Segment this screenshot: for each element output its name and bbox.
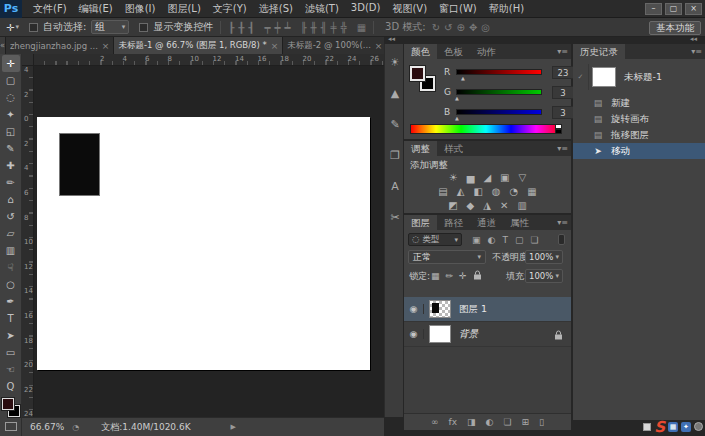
menu-item[interactable]: 滤镜(T) [300, 0, 344, 18]
tab-2[interactable]: 动作 [470, 44, 503, 59]
histogram-panel-icon[interactable]: ▲ [385, 87, 405, 100]
fill-field[interactable]: 100% ▾ [525, 269, 563, 283]
align-icon[interactable]: ╂ [238, 22, 244, 33]
move-tool[interactable]: ✛ [2, 55, 20, 72]
overlay-keyboard-icon[interactable]: ▦ [668, 422, 678, 432]
layer-mask-icon[interactable]: ◨ [467, 417, 476, 427]
menu-item[interactable]: 3D(D) [346, 0, 386, 18]
eyedropper-tool[interactable]: ✎ [2, 140, 20, 157]
menu-item[interactable]: 文件(F) [28, 0, 72, 18]
close-button[interactable]: × [685, 3, 702, 15]
3d-mode-icon[interactable]: ⊕ [456, 22, 464, 33]
align-icon[interactable]: ┯ [264, 22, 270, 33]
tool-presets-panel-icon[interactable]: ✂ [385, 211, 405, 224]
minimize-button[interactable]: – [645, 3, 662, 15]
3d-mode-icon[interactable]: ✥ [469, 22, 477, 33]
type-tool[interactable]: T [2, 310, 20, 327]
adjustment-icon[interactable]: ◧ [473, 186, 482, 197]
hand-tool[interactable]: ☜ [2, 361, 20, 378]
align-icon[interactable]: ╫ [311, 22, 317, 33]
slider-thumb-icon[interactable]: ▲ [461, 75, 465, 81]
document-tab[interactable]: 未标题-1 @ 66.7% (图层 1, RGB/8) *× [114, 37, 283, 54]
channel-value-field[interactable]: 3 [552, 86, 574, 99]
overlay-tool-icon[interactable]: ✦ [681, 422, 691, 432]
quick-selection-tool[interactable]: ✦ [2, 106, 20, 123]
align-icon[interactable]: ┷ [284, 22, 290, 33]
adjustment-icon[interactable]: ▥ [517, 200, 526, 211]
adjustment-icon[interactable]: ◔ [510, 186, 519, 197]
history-brush-tool[interactable]: ↺ [2, 208, 20, 225]
lasso-tool[interactable]: ◌ [2, 89, 20, 106]
panel-menu-icon[interactable]: ▾≡ [557, 47, 568, 56]
color-spectrum-ramp[interactable] [410, 124, 562, 134]
align-icon[interactable]: ╪ [331, 22, 337, 33]
adjustment-icon[interactable]: ▣ [500, 172, 509, 183]
align-icon[interactable]: ┠ [228, 22, 234, 33]
blend-mode-dropdown[interactable]: 正常 ▾ [408, 250, 486, 264]
character-panel-icon[interactable]: A [385, 180, 405, 193]
tool-preset-caret-icon[interactable]: ▾ [15, 23, 19, 31]
adjustment-icon[interactable]: ▦ [527, 186, 536, 197]
dodge-tool[interactable]: ○ [2, 276, 20, 293]
adjustment-icon[interactable]: ▅ [467, 172, 475, 183]
canvas-pasteboard[interactable] [34, 66, 384, 417]
marquee-tool[interactable]: ▢ [2, 72, 20, 89]
channel-slider-track[interactable] [456, 109, 542, 115]
navigator-panel-icon[interactable]: ☀ [385, 56, 405, 69]
layer-filter-icon[interactable]: T [502, 235, 508, 245]
overlay-box-icon[interactable] [643, 423, 651, 431]
panel-menu-icon[interactable]: ▾≡ [557, 218, 568, 227]
menu-item[interactable]: 图像(I) [120, 0, 161, 18]
collapse-panels-icon[interactable]: ◂◂ [690, 35, 697, 43]
adjustment-icon[interactable]: ▤ [438, 186, 447, 197]
ruler-origin-corner[interactable] [22, 54, 34, 66]
screen-mode-icon[interactable] [5, 422, 17, 431]
brush-tool[interactable]: ✏ [2, 174, 20, 191]
channel-value-field[interactable]: 3 [552, 106, 574, 119]
maximize-button[interactable]: ▢ [665, 3, 682, 15]
layer-filter-icon[interactable]: ▢ [515, 235, 524, 245]
menu-item[interactable]: 选择(S) [254, 0, 298, 18]
tab-1[interactable]: 路径 [437, 215, 470, 230]
3d-mode-icon[interactable]: ↻ [432, 22, 440, 33]
eraser-tool[interactable]: ▱ [2, 225, 20, 242]
tab-0[interactable]: 调整 [404, 141, 437, 156]
adjustment-icon[interactable]: ◭ [457, 186, 465, 197]
adjustment-icon[interactable]: ◩ [448, 200, 457, 211]
history-snapshot-row[interactable]: ✓ 未标题-1 [573, 64, 705, 90]
layer-filter-icon[interactable]: ▣ [472, 235, 481, 245]
clone-stamp-tool[interactable]: ⌂ [2, 191, 20, 208]
adjustment-icon[interactable]: ◮ [483, 200, 491, 211]
document-tab[interactable]: zhengjianzhao.jpg ...× [6, 37, 115, 54]
auto-select-dropdown[interactable]: 组 ▾ [91, 20, 129, 34]
smudge-tool[interactable]: ☟ [2, 259, 20, 276]
layer-filter-kind-dropdown[interactable]: ◌ 类型 ▾ [408, 233, 462, 246]
zoom-level-field[interactable]: 66.67% [30, 422, 64, 432]
adjustment-icon[interactable]: ✕ [500, 200, 508, 211]
panel-foreground-swatch[interactable] [410, 66, 425, 81]
new-layer-icon[interactable]: ⊞ [521, 417, 529, 427]
pen-tool[interactable]: ✒ [2, 293, 20, 310]
layer-row[interactable]: ◉图层 1 [404, 297, 571, 322]
layer-group-icon[interactable]: ❏ [503, 417, 511, 427]
slider-thumb-icon[interactable]: ▲ [455, 115, 459, 121]
align-icon[interactable]: ╢ [321, 22, 327, 33]
shape-tool[interactable]: ▭ [2, 344, 20, 361]
channel-value-field[interactable]: 23 [552, 66, 574, 79]
menu-item[interactable]: 窗口(W) [434, 0, 482, 18]
menu-item[interactable]: 帮助(H) [484, 0, 529, 18]
layer-name[interactable]: 背景 [459, 328, 478, 341]
history-entry[interactable]: ▤旋转画布 [573, 111, 705, 127]
adjustment-icon[interactable]: ◍ [492, 186, 501, 197]
layer-effects-icon[interactable]: fx [449, 417, 458, 427]
channel-slider-track[interactable] [456, 89, 542, 95]
show-transform-checkbox[interactable] [139, 23, 148, 32]
menu-item[interactable]: 编辑(E) [74, 0, 118, 18]
auto-select-checkbox[interactable] [29, 23, 38, 32]
lock-icon[interactable] [473, 270, 482, 282]
align-icon[interactable]: ╬ [341, 22, 347, 33]
healing-brush-tool[interactable]: ✚ [2, 157, 20, 174]
menu-item[interactable]: 文字(Y) [208, 0, 252, 18]
black-rectangle-layer[interactable] [59, 133, 100, 196]
lock-option-icon[interactable]: ✛ [459, 271, 467, 281]
